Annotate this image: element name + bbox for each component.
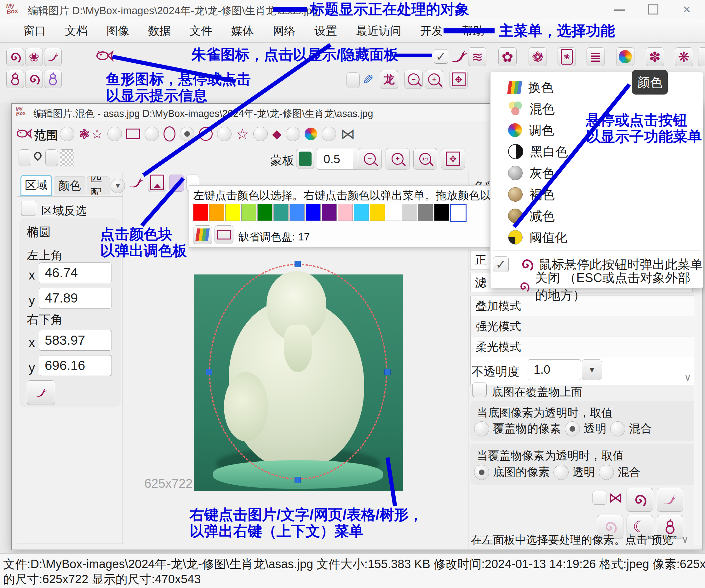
palette-swatch[interactable] (338, 204, 353, 221)
palette-swatch[interactable] (225, 204, 240, 221)
tab-color[interactable]: 颜色 (54, 176, 85, 195)
menu-item-help[interactable]: 帮助 (452, 23, 494, 39)
zoom-in-toolbar-button[interactable]: + (425, 70, 443, 89)
maximize-button[interactable] (648, 4, 658, 14)
x2-input[interactable]: 583.97 (39, 330, 112, 351)
palette-swatch[interactable] (434, 204, 449, 221)
menu-item-threshold[interactable]: 阈值化 (490, 227, 703, 247)
small-blank-button-2[interactable] (45, 149, 58, 166)
color-toolbar-button[interactable] (616, 47, 634, 66)
lotus-toolbar-button[interactable]: ❀ (25, 48, 43, 66)
peony-toolbar-button[interactable]: ❋ (675, 47, 693, 66)
palette-width-button[interactable] (215, 225, 233, 244)
menu-item-image[interactable]: 图像 (97, 23, 139, 39)
picture-stamp-button[interactable] (148, 173, 166, 192)
blend-soft-light-row[interactable]: 柔光模式 (471, 337, 694, 357)
menu-item-reduce-colors[interactable]: 减色 (490, 206, 703, 226)
radio-shape-butterfly[interactable] (322, 127, 336, 141)
mask-color-swatch-button[interactable] (296, 149, 314, 169)
palette-swatch[interactable] (209, 204, 224, 221)
zoom-1-1-button[interactable]: 1:1 (413, 148, 437, 170)
palette-swatch[interactable] (418, 204, 433, 221)
phoenix-stamp-button[interactable] (127, 173, 146, 192)
handle-top[interactable] (294, 261, 301, 267)
gourd-outline-toolbar-button[interactable] (44, 70, 62, 88)
hover-popup-checkbox[interactable] (493, 257, 509, 272)
menu-item-recent[interactable]: 最近访问 (346, 23, 411, 39)
plum-toolbar-button[interactable]: ✽ (646, 47, 664, 66)
hint-scroll-down-icon[interactable]: ∨ (682, 533, 689, 545)
transparency-swatch[interactable] (60, 149, 74, 166)
tabs-overflow-button[interactable]: ▼ (110, 179, 125, 193)
zoom-out-button[interactable]: − (358, 148, 382, 170)
menu-item-document[interactable]: 文档 (55, 23, 97, 39)
radio-transparent-1[interactable] (565, 421, 580, 437)
palette-swatch[interactable] (402, 204, 417, 221)
cut-toolbar-button[interactable] (698, 47, 705, 66)
radio-transparent-2[interactable] (554, 465, 569, 480)
panel-toggle-checkbox[interactable] (434, 49, 448, 64)
radio-blend-1[interactable] (610, 421, 625, 437)
y2-input[interactable]: 696.16 (39, 355, 112, 376)
droplet-icon[interactable] (33, 150, 43, 161)
blend-hard-light-row[interactable]: 强光模式 (471, 316, 694, 337)
palette-swatch[interactable] (306, 204, 321, 221)
palette-manager-button[interactable] (193, 225, 212, 244)
radio-shape-knot[interactable] (60, 127, 74, 141)
menu-item-data[interactable]: 数据 (139, 23, 180, 39)
blank-small-button[interactable] (346, 73, 360, 88)
small-blank-button[interactable] (18, 149, 31, 166)
palette-swatch[interactable] (273, 204, 289, 221)
tab-match[interactable]: 匹配 (87, 176, 110, 195)
palette-swatch[interactable] (241, 204, 256, 221)
zoom-out-toolbar-button[interactable]: − (405, 70, 423, 89)
menu-item-settings[interactable]: 设置 (305, 23, 346, 39)
palette-swatch[interactable] (354, 204, 369, 221)
apply-bird-button[interactable] (27, 380, 55, 405)
x1-input[interactable]: 46.74 (39, 263, 112, 283)
menu-item-sepia[interactable]: 褐色 (490, 184, 703, 205)
scroll-toolbar-button[interactable]: ≋ (468, 47, 486, 66)
radio-blend-2[interactable] (599, 465, 614, 480)
selection-ellipse[interactable] (209, 264, 387, 480)
y1-input[interactable]: 47.89 (39, 288, 112, 309)
handle-right[interactable] (384, 369, 391, 375)
menu-item-media[interactable]: 媒体 (222, 23, 263, 39)
auto-preview-checkbox[interactable] (593, 491, 606, 505)
opacity-dropdown-button[interactable]: ▼ (582, 359, 602, 380)
fit-view-button[interactable]: ✥ (441, 148, 465, 170)
palette-swatch[interactable] (322, 204, 337, 221)
menu-item-gray[interactable]: 灰色 (490, 163, 703, 183)
palette-swatch[interactable] (386, 204, 401, 221)
flower-toolbar-button[interactable]: ❁ (529, 47, 547, 66)
palette-swatch[interactable] (289, 204, 304, 221)
radio-shape-ellipse[interactable] (145, 127, 159, 141)
radio-shape-pen[interactable] (253, 127, 268, 141)
invert-selection-checkbox[interactable] (21, 201, 36, 216)
data-grid-toolbar-button[interactable]: ≣ (586, 47, 605, 66)
radio-shape-rectangle[interactable] (107, 127, 122, 141)
palette-swatch[interactable] (193, 204, 208, 221)
tab-area[interactable]: 区域 (20, 175, 52, 196)
handle-bottom[interactable] (294, 477, 301, 483)
menu-item-file[interactable]: 文件 (180, 23, 222, 39)
zoom-in-button[interactable]: + (386, 148, 410, 170)
current-color-swatch[interactable] (170, 175, 184, 192)
sprout-bird-button[interactable] (657, 488, 683, 512)
dragon-toolbar-button[interactable]: 龙 (380, 70, 398, 89)
menu-item-dev[interactable]: 开发 (411, 23, 452, 39)
eyedropper-icon[interactable]: ✎ (360, 74, 375, 85)
bird-toolbar-button[interactable] (44, 48, 62, 66)
spiral-toolbar-button[interactable] (25, 70, 43, 88)
radio-shape-star[interactable] (217, 127, 232, 141)
base-on-top-checkbox[interactable] (472, 382, 487, 397)
snail-button[interactable] (626, 488, 653, 512)
close-button[interactable]: × (680, 3, 693, 16)
vermilion-bird-icon[interactable] (450, 47, 468, 65)
fish-icon[interactable] (16, 128, 32, 139)
radio-shape-circle[interactable] (180, 127, 194, 141)
fish-icon[interactable] (96, 50, 114, 62)
opacity-combo[interactable]: 1.0 (528, 359, 581, 380)
radio-cover-pixel[interactable] (474, 421, 489, 437)
menu-item-close[interactable]: 关闭 （ESC或点击对象外部的地方） (490, 276, 703, 297)
